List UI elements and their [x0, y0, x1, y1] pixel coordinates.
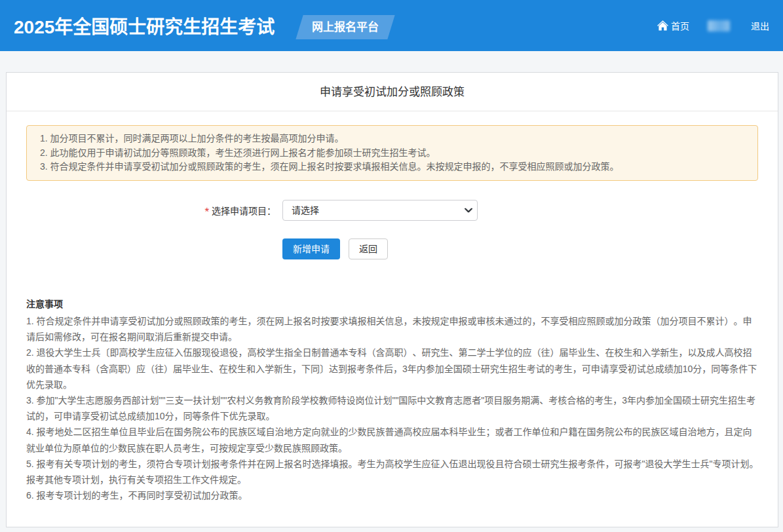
nav-home-link[interactable]: 首页 [657, 19, 689, 32]
note-item: 3. 参加"大学生志愿服务西部计划""三支一扶计划""农村义务教育阶段学校教师特… [26, 392, 759, 424]
nav-logout-link[interactable]: 退出 [751, 19, 769, 32]
note-item: 2. 退役大学生士兵〔即高校学生应征入伍服现役退役，高校学生指全日制普通本专科（… [26, 345, 759, 392]
note-item: 4. 报考地处二区招生单位且毕业后在国务院公布的民族区域自治地方定向就业的少数民… [26, 424, 759, 455]
back-button[interactable]: 返回 [349, 238, 388, 259]
platform-badge: 网上报名平台 [296, 15, 395, 39]
content-card: 申请享受初试加分或照顾政策 1. 加分项目不累计，同时满足两项以上加分条件的考生… [6, 72, 778, 527]
home-icon [657, 20, 669, 31]
page-title: 申请享受初试加分或照顾政策 [7, 73, 778, 111]
note-item: 5. 报考有关专项计划的考生，须符合专项计划报考条件并在网上报名时选择填报。考生… [26, 456, 759, 487]
header-nav: 首页 退出 [657, 19, 769, 32]
notes-section: 注意事项 1. 符合规定条件并申请享受初试加分或照顾政策的考生，须在网上报名时按… [7, 296, 778, 504]
platform-badge-label: 网上报名平台 [312, 15, 379, 39]
username-redacted[interactable] [708, 20, 730, 31]
add-application-button[interactable]: 新增申请 [282, 238, 340, 259]
alert-line: 1. 加分项目不累计，同时满足两项以上加分条件的考生按最高项加分申请。 [40, 132, 744, 146]
policy-alert: 1. 加分项目不累计，同时满足两项以上加分条件的考生按最高项加分申请。 2. 此… [26, 125, 758, 181]
apply-type-label-text: 选择申请项目： [212, 206, 276, 216]
apply-type-form-row: *选择申请项目： 请选择 [7, 200, 778, 221]
apply-type-select[interactable]: 请选择 [282, 200, 478, 221]
form-actions: 新增申请 返回 [7, 238, 778, 259]
required-asterisk: * [204, 206, 209, 218]
alert-line: 3. 符合规定条件并申请享受初试加分或照顾政策的考生，须在网上报名时按要求填报相… [40, 160, 744, 174]
alert-line: 2. 此功能仅用于申请初试加分等照顾政策，考生还须进行网上报名才能参加硕士研究生… [40, 146, 744, 161]
note-item: 1. 符合规定条件并申请享受初试加分或照顾政策的考生，须在网上报名时按要求填报相… [26, 313, 759, 345]
top-banner: 2025年全国硕士研究生招生考试 网上报名平台 首页 退出 [0, 0, 783, 51]
apply-type-select-wrap: 请选择 [282, 200, 478, 221]
note-item: 6. 报考专项计划的考生，不再同时享受初试加分政策。 [26, 487, 759, 503]
notes-heading: 注意事项 [26, 296, 759, 312]
apply-type-label: *选择申请项目： [7, 204, 276, 217]
nav-home-label: 首页 [671, 19, 689, 32]
site-title: 2025年全国硕士研究生招生考试 [14, 12, 275, 39]
